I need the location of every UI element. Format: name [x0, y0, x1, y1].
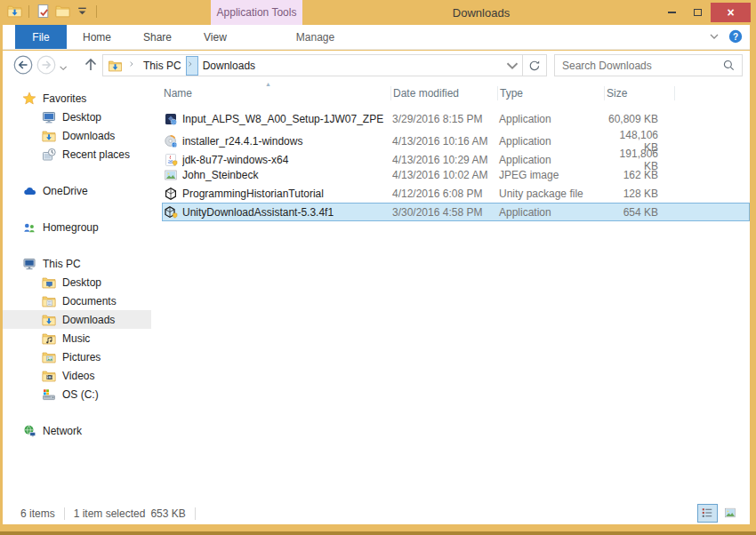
maximize-icon: [694, 9, 702, 16]
sidebar-item-label: Videos: [62, 370, 94, 382]
sidebar-section-label: OneDrive: [43, 185, 88, 197]
file-size: 162 KB: [606, 169, 676, 181]
sidebar-item-downloads[interactable]: Downloads: [3, 126, 151, 145]
file-row-jdk-8u77-windows-x64[interactable]: jdk-8u77-windows-x644/13/2016 10:29 AMAp…: [162, 147, 750, 165]
file-type: Application: [499, 206, 606, 219]
sidebar-section-gap: [3, 440, 151, 458]
column-header-date-modified[interactable]: Date modified: [391, 86, 498, 100]
jpeg-icon: [164, 168, 178, 182]
file-size: 128 KB: [606, 188, 676, 200]
sidebar-item-label: Desktop: [62, 111, 101, 124]
status-bar: 6 items 1 item selected 653 KB: [3, 503, 750, 524]
folder-pictures-icon: [42, 350, 56, 364]
thumbnails-view-button[interactable]: [720, 504, 741, 523]
maximize-button[interactable]: [685, 3, 711, 22]
application-tools-badge[interactable]: Application Tools: [211, 0, 302, 25]
tab-file[interactable]: File: [15, 25, 67, 49]
disc-icon: [164, 134, 178, 148]
sidebar-section-onedrive[interactable]: OneDrive: [3, 181, 151, 200]
sidebar-item-desktop[interactable]: Desktop: [3, 108, 151, 126]
file-type: Application: [499, 113, 606, 125]
sidebar-item-label: Pictures: [62, 351, 101, 363]
file-row-installer-r24-4-1-windows[interactable]: installer_r24.4.1-windows4/13/2016 10:16…: [162, 128, 750, 147]
search-input[interactable]: [555, 60, 722, 72]
tab-home[interactable]: Home: [67, 25, 127, 49]
properties-icon[interactable]: [36, 4, 51, 19]
unity-icon: [164, 187, 178, 201]
help-icon[interactable]: ?: [728, 29, 743, 44]
sidebar-section-network[interactable]: Network: [3, 421, 151, 440]
file-name: Input_ALPS_W8_A00_Setup-1JW07_ZPE: [182, 113, 392, 125]
sidebar-section-gap: [3, 236, 151, 254]
file-name: ProgrammingHistorianTutorial: [182, 188, 392, 200]
sidebar-section-gap: [3, 200, 151, 218]
up-button[interactable]: [81, 55, 101, 75]
file-row-unitydownloadassistant-5-3-4f1[interactable]: UnityDownloadAssistant-5.3.4f13/30/2016 …: [162, 203, 750, 221]
navigation-toolbar: This PC Downloads: [3, 51, 750, 80]
new-folder-icon[interactable]: [55, 4, 70, 19]
search-icon[interactable]: [722, 59, 736, 72]
address-history-chevron-icon[interactable]: [503, 56, 522, 76]
tab-share[interactable]: Share: [127, 25, 188, 49]
file-list-pane: ▲ NameDate modifiedTypeSize Input_ALPS_W…: [151, 80, 750, 503]
sidebar-item-os-c-[interactable]: OS (C:): [3, 385, 151, 403]
window-controls: ×: [659, 2, 751, 23]
title-bar: Application Tools Downloads ×: [0, 0, 756, 25]
sidebar-item-label: Downloads: [62, 314, 115, 326]
sidebar-item-label: Documents: [62, 295, 117, 307]
breadcrumb-downloads[interactable]: Downloads: [198, 60, 260, 72]
details-view-icon: [701, 507, 715, 521]
details-view-button[interactable]: [697, 504, 718, 523]
tab-view[interactable]: View: [188, 25, 243, 49]
sidebar-section-homegroup[interactable]: Homegroup: [3, 218, 151, 236]
file-row-input-alps-w8-a00-setup-1jw07-zpe[interactable]: Input_ALPS_W8_A00_Setup-1JW07_ZPE3/29/20…: [162, 109, 750, 128]
file-type: Application: [499, 135, 606, 148]
sidebar-section-gap: [3, 403, 151, 421]
refresh-icon: [527, 59, 542, 73]
sidebar-section-this-pc[interactable]: This PC: [3, 254, 151, 273]
close-button[interactable]: ×: [711, 3, 751, 22]
file-name: UnityDownloadAssistant-5.3.4f1: [182, 206, 392, 219]
sidebar-item-videos[interactable]: Videos: [3, 366, 151, 385]
file-name: John_Steinbeck: [182, 169, 392, 181]
sidebar-item-label: OS (C:): [62, 388, 99, 401]
sidebar-item-music[interactable]: Music: [3, 329, 151, 347]
divider: [195, 507, 196, 520]
downloads-folder-icon[interactable]: [7, 4, 22, 19]
sidebar-item-pictures[interactable]: Pictures: [3, 347, 151, 366]
file-rows: Input_ALPS_W8_A00_Setup-1JW07_ZPE3/29/20…: [162, 109, 750, 221]
tab-manage[interactable]: Manage: [280, 25, 350, 49]
breadcrumb-arrow-icon-highlighted[interactable]: [186, 56, 198, 76]
file-type: Unity package file: [499, 188, 606, 200]
back-button[interactable]: [13, 55, 33, 75]
breadcrumb-arrow-icon[interactable]: [126, 57, 139, 75]
column-header-type[interactable]: Type: [498, 86, 605, 100]
java-icon: [164, 153, 178, 167]
ribbon-right-controls: ?: [707, 29, 743, 44]
column-header-name[interactable]: Name: [162, 86, 391, 100]
location-folder-icon: [108, 59, 123, 73]
sidebar-item-desktop[interactable]: Desktop: [3, 273, 151, 291]
file-row-programminghistoriantutorial[interactable]: ProgrammingHistorianTutorial4/12/2016 6:…: [162, 184, 750, 203]
forward-button[interactable]: [36, 55, 56, 75]
sidebar-item-recent-places[interactable]: Recent places: [3, 145, 151, 164]
sidebar-item-documents[interactable]: Documents: [3, 291, 151, 310]
desktop-monitor-icon: [42, 110, 56, 124]
breadcrumb-this-pc[interactable]: This PC: [139, 60, 186, 72]
minimize-button[interactable]: [659, 3, 685, 22]
sidebar-section-favorites[interactable]: Favorites: [3, 89, 151, 108]
sidebar-item-downloads[interactable]: Downloads: [3, 310, 151, 329]
folder-download-icon: [42, 313, 56, 327]
customize-qat-chevron-icon[interactable]: [75, 4, 90, 19]
file-date: 4/13/2016 10:29 AM: [392, 154, 499, 166]
divider: [64, 507, 65, 520]
recent-locations-chevron-icon[interactable]: [58, 59, 70, 78]
expand-ribbon-chevron-icon[interactable]: [707, 29, 721, 44]
star-icon: [22, 92, 36, 106]
sidebar-section-label: This PC: [43, 258, 81, 270]
refresh-button[interactable]: [522, 55, 546, 76]
column-header-size[interactable]: Size: [605, 86, 675, 100]
search-box: [554, 54, 743, 76]
address-bar[interactable]: This PC Downloads: [102, 54, 547, 76]
file-row-john-steinbeck[interactable]: John_Steinbeck4/13/2016 10:02 AMJPEG ima…: [162, 165, 750, 184]
